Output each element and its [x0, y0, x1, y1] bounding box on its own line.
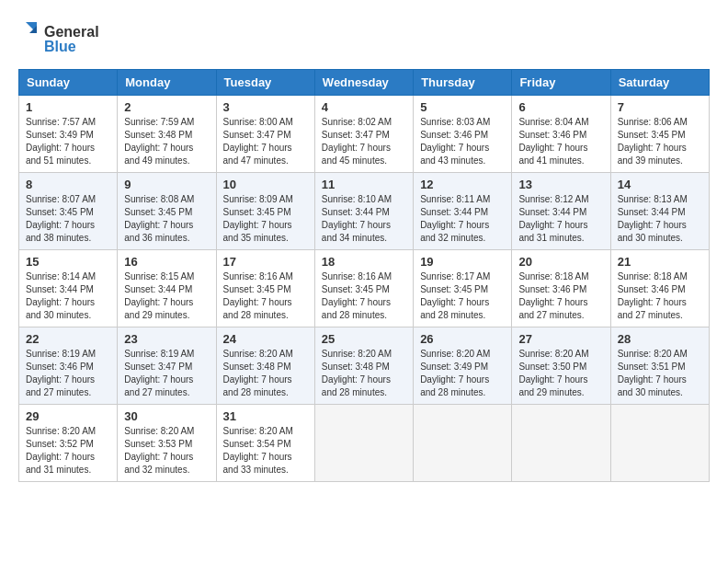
- calendar-cell: 5Sunrise: 8:03 AMSunset: 3:46 PMDaylight…: [414, 96, 512, 173]
- calendar-cell: 10Sunrise: 8:09 AMSunset: 3:45 PMDayligh…: [216, 173, 314, 250]
- calendar-cell: 9Sunrise: 8:08 AMSunset: 3:45 PMDaylight…: [118, 173, 216, 250]
- day-content: Sunrise: 8:17 AMSunset: 3:45 PMDaylight:…: [420, 270, 505, 322]
- day-number: 10: [223, 178, 308, 191]
- calendar-cell: 31Sunrise: 8:20 AMSunset: 3:54 PMDayligh…: [216, 405, 314, 482]
- calendar-cell: 12Sunrise: 8:11 AMSunset: 3:44 PMDayligh…: [414, 173, 512, 250]
- header-tuesday: Tuesday: [216, 70, 314, 96]
- day-number: 30: [124, 409, 209, 423]
- day-number: 8: [26, 178, 110, 191]
- calendar-cell: 18Sunrise: 8:16 AMSunset: 3:45 PMDayligh…: [314, 250, 413, 327]
- day-number: 4: [322, 100, 406, 114]
- day-content: Sunrise: 8:19 AMSunset: 3:46 PMDaylight:…: [26, 348, 110, 399]
- calendar-cell: 16Sunrise: 8:15 AMSunset: 3:44 PMDayligh…: [118, 250, 216, 327]
- calendar-cell: 22Sunrise: 8:19 AMSunset: 3:46 PMDayligh…: [19, 327, 118, 405]
- calendar-cell: 14Sunrise: 8:13 AMSunset: 3:44 PMDayligh…: [610, 173, 709, 250]
- day-number: 6: [518, 100, 603, 114]
- calendar-cell: 8Sunrise: 8:07 AMSunset: 3:45 PMDaylight…: [19, 173, 118, 250]
- calendar-table: SundayMondayTuesdayWednesdayThursdayFrid…: [18, 69, 710, 482]
- day-content: Sunrise: 8:16 AMSunset: 3:45 PMDaylight:…: [223, 270, 308, 322]
- day-number: 16: [124, 255, 209, 269]
- day-number: 5: [420, 100, 505, 114]
- svg-text:General: General: [44, 24, 99, 40]
- day-number: 7: [618, 100, 702, 114]
- header-friday: Friday: [512, 70, 610, 96]
- day-content: Sunrise: 8:19 AMSunset: 3:47 PMDaylight:…: [124, 348, 209, 399]
- day-number: 14: [618, 178, 702, 191]
- header-sunday: Sunday: [19, 70, 118, 96]
- day-content: Sunrise: 8:07 AMSunset: 3:45 PMDaylight:…: [26, 193, 110, 245]
- day-number: 15: [26, 255, 110, 269]
- day-content: Sunrise: 8:20 AMSunset: 3:51 PMDaylight:…: [618, 348, 702, 399]
- day-content: Sunrise: 8:09 AMSunset: 3:45 PMDaylight:…: [223, 193, 308, 245]
- day-number: 3: [223, 100, 308, 114]
- calendar-cell: 6Sunrise: 8:04 AMSunset: 3:46 PMDaylight…: [512, 96, 610, 173]
- day-content: Sunrise: 8:12 AMSunset: 3:44 PMDaylight:…: [518, 193, 603, 245]
- header-monday: Monday: [118, 70, 216, 96]
- day-number: 2: [124, 100, 209, 114]
- day-number: 1: [26, 100, 110, 114]
- day-content: Sunrise: 8:11 AMSunset: 3:44 PMDaylight:…: [420, 193, 505, 245]
- calendar-cell: 17Sunrise: 8:16 AMSunset: 3:45 PMDayligh…: [216, 250, 314, 327]
- calendar-cell: 26Sunrise: 8:20 AMSunset: 3:49 PMDayligh…: [414, 327, 512, 405]
- day-number: 9: [124, 178, 209, 191]
- day-number: 11: [322, 178, 406, 191]
- svg-text:Blue: Blue: [44, 39, 76, 54]
- day-content: Sunrise: 8:20 AMSunset: 3:53 PMDaylight:…: [124, 425, 209, 477]
- day-number: 25: [322, 332, 406, 346]
- calendar-cell: 25Sunrise: 8:20 AMSunset: 3:48 PMDayligh…: [314, 327, 413, 405]
- calendar-cell: 2Sunrise: 7:59 AMSunset: 3:48 PMDaylight…: [118, 96, 216, 173]
- week-row: 22Sunrise: 8:19 AMSunset: 3:46 PMDayligh…: [19, 327, 710, 405]
- day-number: 22: [26, 332, 110, 346]
- logo-svg: General Blue: [18, 18, 110, 60]
- day-number: 28: [618, 332, 702, 346]
- header-thursday: Thursday: [414, 70, 512, 96]
- calendar-cell: 7Sunrise: 8:06 AMSunset: 3:45 PMDaylight…: [610, 96, 709, 173]
- logo: General Blue: [18, 18, 110, 60]
- calendar-cell: 27Sunrise: 8:20 AMSunset: 3:50 PMDayligh…: [512, 327, 610, 405]
- calendar-cell: 20Sunrise: 8:18 AMSunset: 3:46 PMDayligh…: [512, 250, 610, 327]
- calendar-cell: [314, 405, 413, 482]
- day-content: Sunrise: 8:15 AMSunset: 3:44 PMDaylight:…: [124, 270, 209, 322]
- day-number: 26: [420, 332, 505, 346]
- day-content: Sunrise: 8:08 AMSunset: 3:45 PMDaylight:…: [124, 193, 209, 245]
- day-content: Sunrise: 7:59 AMSunset: 3:48 PMDaylight:…: [124, 116, 209, 167]
- day-number: 27: [518, 332, 603, 346]
- calendar-cell: 1Sunrise: 7:57 AMSunset: 3:49 PMDaylight…: [19, 96, 118, 173]
- day-content: Sunrise: 8:20 AMSunset: 3:50 PMDaylight:…: [518, 348, 603, 399]
- day-content: Sunrise: 8:04 AMSunset: 3:46 PMDaylight:…: [518, 116, 603, 167]
- header-saturday: Saturday: [610, 70, 709, 96]
- day-content: Sunrise: 8:00 AMSunset: 3:47 PMDaylight:…: [223, 116, 308, 167]
- day-content: Sunrise: 8:20 AMSunset: 3:48 PMDaylight:…: [322, 348, 406, 399]
- day-number: 17: [223, 255, 308, 269]
- calendar-cell: [512, 405, 610, 482]
- day-number: 19: [420, 255, 505, 269]
- day-content: Sunrise: 8:14 AMSunset: 3:44 PMDaylight:…: [26, 270, 110, 322]
- calendar-cell: 15Sunrise: 8:14 AMSunset: 3:44 PMDayligh…: [19, 250, 118, 327]
- calendar-cell: 21Sunrise: 8:18 AMSunset: 3:46 PMDayligh…: [610, 250, 709, 327]
- day-number: 31: [223, 409, 308, 423]
- calendar-cell: [610, 405, 709, 482]
- header-row: SundayMondayTuesdayWednesdayThursdayFrid…: [19, 70, 710, 96]
- calendar-cell: [414, 405, 512, 482]
- calendar-cell: 11Sunrise: 8:10 AMSunset: 3:44 PMDayligh…: [314, 173, 413, 250]
- day-number: 13: [518, 178, 603, 191]
- day-content: Sunrise: 8:18 AMSunset: 3:46 PMDaylight:…: [518, 270, 603, 322]
- calendar-cell: 19Sunrise: 8:17 AMSunset: 3:45 PMDayligh…: [414, 250, 512, 327]
- calendar-cell: 4Sunrise: 8:02 AMSunset: 3:47 PMDaylight…: [314, 96, 413, 173]
- day-content: Sunrise: 8:10 AMSunset: 3:44 PMDaylight:…: [322, 193, 406, 245]
- day-content: Sunrise: 8:20 AMSunset: 3:48 PMDaylight:…: [223, 348, 308, 399]
- day-number: 29: [26, 409, 110, 423]
- week-row: 1Sunrise: 7:57 AMSunset: 3:49 PMDaylight…: [19, 96, 710, 173]
- day-content: Sunrise: 8:20 AMSunset: 3:52 PMDaylight:…: [26, 425, 110, 477]
- week-row: 8Sunrise: 8:07 AMSunset: 3:45 PMDaylight…: [19, 173, 710, 250]
- day-content: Sunrise: 8:02 AMSunset: 3:47 PMDaylight:…: [322, 116, 406, 167]
- week-row: 29Sunrise: 8:20 AMSunset: 3:52 PMDayligh…: [19, 405, 710, 482]
- day-number: 12: [420, 178, 505, 191]
- calendar-cell: 23Sunrise: 8:19 AMSunset: 3:47 PMDayligh…: [118, 327, 216, 405]
- calendar-cell: 30Sunrise: 8:20 AMSunset: 3:53 PMDayligh…: [118, 405, 216, 482]
- day-content: Sunrise: 8:06 AMSunset: 3:45 PMDaylight:…: [618, 116, 702, 167]
- day-content: Sunrise: 8:03 AMSunset: 3:46 PMDaylight:…: [420, 116, 505, 167]
- day-content: Sunrise: 7:57 AMSunset: 3:49 PMDaylight:…: [26, 116, 110, 167]
- day-content: Sunrise: 8:20 AMSunset: 3:49 PMDaylight:…: [420, 348, 505, 399]
- day-content: Sunrise: 8:16 AMSunset: 3:45 PMDaylight:…: [322, 270, 406, 322]
